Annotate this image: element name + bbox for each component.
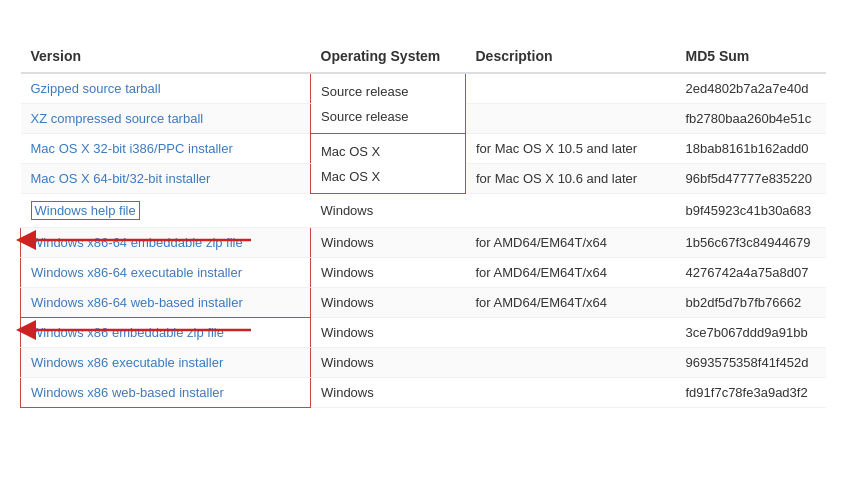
desc-cell: [466, 318, 676, 348]
table-row: Gzipped source tarballSource releaseSour…: [21, 73, 827, 104]
os-cell: Windows: [311, 348, 466, 378]
file-link[interactable]: Windows x86-64 executable installer: [31, 265, 242, 280]
file-link[interactable]: Windows x86 embeddable zip file: [31, 325, 224, 340]
table-row: Windows x86-64 executable installerWindo…: [21, 258, 827, 288]
table-row: Windows x86 web-based installerWindowsfd…: [21, 378, 827, 408]
file-link[interactable]: Windows x86 web-based installer: [31, 385, 224, 400]
version-cell: Windows x86 web-based installer: [21, 378, 311, 408]
files-table: Version Operating System Description MD5…: [20, 40, 826, 408]
md5-cell: 4276742a4a75a8d07: [676, 258, 827, 288]
md5-cell: 9693575358f41f452d: [676, 348, 827, 378]
table-row: Windows x86 executable installerWindows9…: [21, 348, 827, 378]
file-link[interactable]: Windows x86-64 embeddable zip file: [31, 235, 243, 250]
os-cell: Mac OS XMac OS X: [311, 134, 466, 194]
desc-cell: for AMD64/EM64T/x64: [466, 228, 676, 258]
desc-cell: [466, 348, 676, 378]
file-link[interactable]: Mac OS X 64-bit/32-bit installer: [31, 171, 211, 186]
md5-cell: bb2df5d7b7fb76662: [676, 288, 827, 318]
version-cell: Windows x86 executable installer: [21, 348, 311, 378]
md5-cell: 2ed4802b7a2a7e40d: [676, 73, 827, 104]
os-cell: Source releaseSource release: [311, 73, 466, 134]
file-link[interactable]: Windows x86-64 web-based installer: [31, 295, 243, 310]
table-row: Windows x86 embeddable zip fileWindows3c…: [21, 318, 827, 348]
version-cell: Windows x86-64 executable installer: [21, 258, 311, 288]
version-cell: XZ compressed source tarball: [21, 104, 311, 134]
desc-cell: [466, 194, 676, 228]
col-header-os: Operating System: [311, 40, 466, 73]
md5-cell: fb2780baa260b4e51c: [676, 104, 827, 134]
col-header-desc: Description: [466, 40, 676, 73]
file-link[interactable]: Windows x86 executable installer: [31, 355, 223, 370]
version-cell: Gzipped source tarball: [21, 73, 311, 104]
file-link[interactable]: Gzipped source tarball: [31, 81, 161, 96]
os-cell: Windows: [311, 228, 466, 258]
os-cell: Windows: [311, 194, 466, 228]
md5-cell: 1b56c67f3c84944679: [676, 228, 827, 258]
desc-cell: for AMD64/EM64T/x64: [466, 288, 676, 318]
md5-cell: fd91f7c78fe3a9ad3f2: [676, 378, 827, 408]
desc-cell: for Mac OS X 10.5 and later: [466, 134, 676, 164]
desc-cell: [466, 73, 676, 104]
os-cell: Windows: [311, 288, 466, 318]
md5-cell: 3ce7b067ddd9a91bb: [676, 318, 827, 348]
os-cell: Windows: [311, 378, 466, 408]
file-link[interactable]: XZ compressed source tarball: [31, 111, 204, 126]
md5-cell: b9f45923c41b30a683: [676, 194, 827, 228]
table-row: Windows x86-64 web-based installerWindow…: [21, 288, 827, 318]
version-cell: Windows x86 embeddable zip file: [21, 318, 311, 348]
md5-cell: 18bab8161b162add0: [676, 134, 827, 164]
os-cell: Windows: [311, 318, 466, 348]
file-link[interactable]: Mac OS X 32-bit i386/PPC installer: [31, 141, 233, 156]
col-header-version: Version: [21, 40, 311, 73]
table-row: Windows help fileWindowsb9f45923c41b30a6…: [21, 194, 827, 228]
version-cell: Windows x86-64 embeddable zip file: [21, 228, 311, 258]
version-cell: Mac OS X 64-bit/32-bit installer: [21, 164, 311, 194]
file-link[interactable]: Windows help file: [35, 203, 136, 218]
col-header-md5: MD5 Sum: [676, 40, 827, 73]
version-cell: Windows x86-64 web-based installer: [21, 288, 311, 318]
table-row: Mac OS X 32-bit i386/PPC installerMac OS…: [21, 134, 827, 164]
desc-cell: for AMD64/EM64T/x64: [466, 258, 676, 288]
desc-cell: for Mac OS X 10.6 and later: [466, 164, 676, 194]
os-cell: Windows: [311, 258, 466, 288]
version-cell: Mac OS X 32-bit i386/PPC installer: [21, 134, 311, 164]
table-row: Windows x86-64 embeddable zip fileWindow…: [21, 228, 827, 258]
desc-cell: [466, 378, 676, 408]
md5-cell: 96bf5d47777e835220: [676, 164, 827, 194]
version-cell: Windows help file: [21, 194, 311, 228]
desc-cell: [466, 104, 676, 134]
